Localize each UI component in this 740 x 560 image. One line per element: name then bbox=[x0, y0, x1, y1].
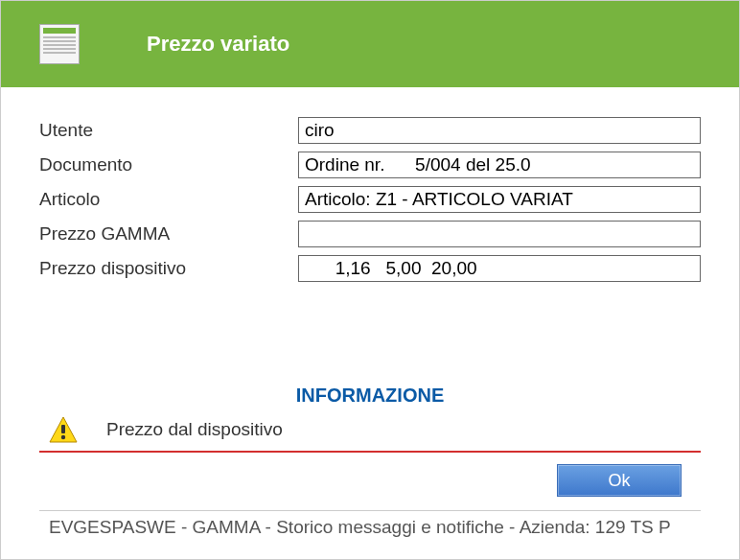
input-utente[interactable] bbox=[298, 117, 701, 144]
label-prezzo-dispositivo: Prezzo dispositivo bbox=[39, 258, 298, 279]
document-icon bbox=[39, 24, 80, 64]
info-heading: INFORMAZIONE bbox=[296, 385, 444, 406]
row-documento: Documento bbox=[39, 151, 701, 179]
row-prezzo-gamma: Prezzo GAMMA bbox=[39, 220, 701, 248]
label-articolo: Articolo bbox=[39, 189, 298, 210]
dialog-title: Prezzo variato bbox=[147, 32, 289, 57]
statusbar-text: EVGESPASWE - GAMMA - Storico messaggi e … bbox=[49, 517, 671, 537]
info-heading-row: INFORMAZIONE bbox=[39, 385, 701, 407]
svg-point-2 bbox=[61, 435, 65, 439]
titlebar: Prezzo variato bbox=[1, 1, 739, 87]
button-row: Ok bbox=[39, 460, 701, 510]
input-documento[interactable] bbox=[298, 152, 701, 178]
statusbar: EVGESPASWE - GAMMA - Storico messaggi e … bbox=[39, 510, 701, 549]
divider bbox=[39, 451, 701, 453]
warning-icon bbox=[49, 416, 78, 443]
row-articolo: Articolo bbox=[39, 185, 701, 214]
svg-rect-1 bbox=[61, 425, 65, 433]
row-utente: Utente bbox=[39, 116, 701, 145]
label-utente: Utente bbox=[39, 120, 298, 141]
input-prezzo-dispositivo[interactable] bbox=[298, 255, 701, 282]
dialog-content: Utente Documento Articolo Prezzo GAMMA P… bbox=[1, 87, 739, 559]
input-articolo[interactable] bbox=[298, 186, 701, 213]
label-documento: Documento bbox=[39, 154, 298, 175]
input-prezzo-gamma[interactable] bbox=[298, 221, 701, 247]
ok-button[interactable]: Ok bbox=[557, 464, 682, 497]
label-prezzo-gamma: Prezzo GAMMA bbox=[39, 223, 298, 245]
info-message: Prezzo dal dispositivo bbox=[106, 419, 283, 440]
info-message-row: Prezzo dal dispositivo bbox=[39, 416, 701, 451]
dialog-window: Prezzo variato Utente Documento Articolo… bbox=[0, 0, 740, 560]
row-prezzo-dispositivo: Prezzo dispositivo bbox=[39, 254, 701, 283]
